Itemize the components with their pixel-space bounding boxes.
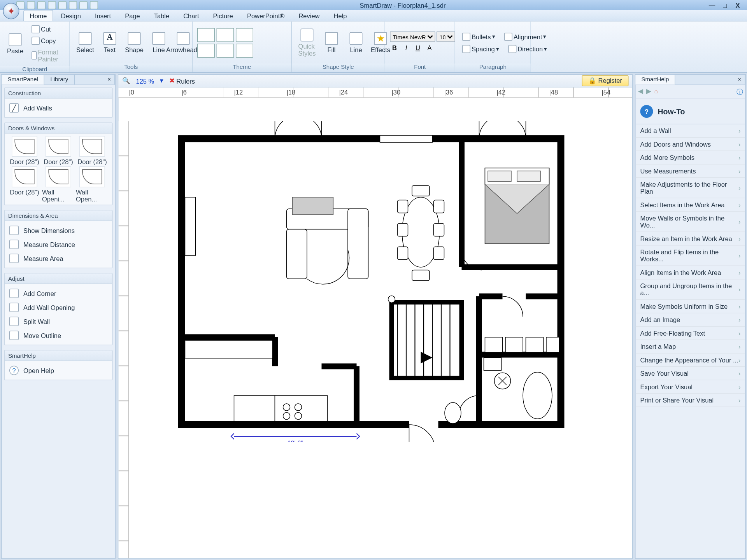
close-button[interactable]: X bbox=[733, 2, 742, 9]
section-header: Dimensions & Area bbox=[5, 211, 112, 221]
ruler-icon bbox=[9, 240, 19, 249]
help-item[interactable]: Select Items in the Work Area› bbox=[636, 198, 745, 212]
rulers-toggle[interactable]: ✖Rulers bbox=[169, 77, 195, 85]
tab-page[interactable]: Page bbox=[119, 10, 147, 21]
tab-review[interactable]: Review bbox=[292, 10, 326, 21]
nav-back-icon[interactable]: ◀ bbox=[638, 88, 643, 96]
help-item[interactable]: Add Free-Floating Text› bbox=[636, 327, 745, 340]
copy-button[interactable]: Copy bbox=[29, 36, 65, 46]
help-item[interactable]: Make Adjustments to the Floor Plan› bbox=[636, 178, 745, 199]
smartpanel-tab[interactable]: SmartPanel bbox=[2, 75, 45, 85]
theme-gallery[interactable] bbox=[193, 22, 291, 64]
door-shape[interactable]: Door (28") bbox=[8, 136, 41, 165]
split-wall-item[interactable]: Split Wall bbox=[8, 315, 109, 329]
cut-button[interactable]: Cut bbox=[29, 24, 65, 35]
font-color-button[interactable]: A bbox=[425, 44, 434, 54]
add-corner-item[interactable]: Add Corner bbox=[8, 287, 109, 301]
help-item[interactable]: Align Items in the Work Area› bbox=[636, 266, 745, 280]
maximize-button[interactable]: □ bbox=[720, 2, 729, 9]
help-item[interactable]: Print or Share Your Visual› bbox=[636, 394, 745, 408]
qat-btn[interactable] bbox=[27, 1, 35, 9]
close-help-button[interactable]: × bbox=[734, 75, 745, 85]
help-item[interactable]: Add a Wall› bbox=[636, 124, 745, 138]
help-item[interactable]: Insert a Map› bbox=[636, 340, 745, 354]
help-item[interactable]: Resize an Item in the Work Area› bbox=[636, 232, 745, 246]
align-icon bbox=[504, 32, 512, 40]
tab-insert[interactable]: Insert bbox=[88, 10, 117, 21]
font-family-select[interactable]: Times NewRo... bbox=[390, 32, 435, 42]
help-item[interactable]: Group and Ungroup Items in the a...› bbox=[636, 280, 745, 300]
svg-rect-36 bbox=[434, 224, 444, 236]
shape-button[interactable]: Shape bbox=[124, 31, 145, 54]
italic-button[interactable]: I bbox=[402, 44, 411, 54]
add-wall-opening-item[interactable]: Add Wall Opening bbox=[8, 301, 109, 315]
help-item[interactable]: Make Symbols Uniform in Size› bbox=[636, 300, 745, 313]
help-item[interactable]: Use Measurements› bbox=[636, 164, 745, 178]
smart-panel: SmartPanel Library × Construction ╱Add W… bbox=[1, 74, 116, 559]
qat-btn[interactable] bbox=[90, 1, 98, 9]
help-item[interactable]: Add More Symbols› bbox=[636, 151, 745, 165]
canvas[interactable]: 19' 6" bbox=[129, 98, 632, 558]
help-info-icon[interactable]: ⓘ bbox=[736, 88, 743, 96]
register-button[interactable]: Register bbox=[582, 75, 628, 87]
tab-picture[interactable]: Picture bbox=[207, 10, 239, 21]
tab-table[interactable]: Table bbox=[147, 10, 175, 21]
alignment-button[interactable]: Alignment ▾ bbox=[502, 31, 549, 42]
bullets-icon bbox=[462, 32, 470, 40]
qat-btn[interactable] bbox=[48, 1, 56, 9]
arrowheads-button[interactable]: Arrowheads bbox=[173, 31, 194, 54]
tab-design[interactable]: Design bbox=[54, 10, 87, 21]
floorplan-drawing[interactable]: 19' 6" bbox=[176, 121, 573, 442]
measure-distance-item[interactable]: Measure Distance bbox=[8, 238, 109, 252]
underline-button[interactable]: U bbox=[413, 44, 423, 54]
door-shape[interactable]: Door (28") bbox=[8, 166, 41, 203]
fill-button[interactable]: Fill bbox=[321, 31, 342, 54]
close-panel-button[interactable]: × bbox=[104, 75, 115, 85]
qat-btn[interactable] bbox=[37, 1, 46, 9]
text-button[interactable]: AText bbox=[99, 31, 120, 54]
smarthelp-tab[interactable]: SmartHelp bbox=[636, 75, 675, 85]
qat-btn[interactable] bbox=[79, 1, 88, 9]
direction-button[interactable]: Direction ▾ bbox=[506, 44, 549, 54]
help-item[interactable]: Add an Image› bbox=[636, 313, 745, 327]
library-tab[interactable]: Library bbox=[44, 75, 74, 85]
home-icon[interactable]: ⌂ bbox=[654, 88, 658, 96]
measure-area-item[interactable]: Measure Area bbox=[8, 252, 109, 266]
select-button[interactable]: Select bbox=[75, 31, 96, 54]
tab-home[interactable]: Home bbox=[23, 10, 53, 21]
tab-help[interactable]: Help bbox=[327, 10, 353, 21]
quickstyles-icon bbox=[301, 29, 314, 42]
help-item[interactable]: Add Doors and Windows› bbox=[636, 138, 745, 151]
tab-powerpoint[interactable]: PowerPoint® bbox=[240, 10, 291, 21]
quick-styles-button[interactable]: Quick Styles bbox=[296, 28, 317, 58]
show-dimensions-item[interactable]: Show Dimensions bbox=[8, 224, 109, 238]
qat-btn[interactable] bbox=[58, 1, 67, 9]
help-item[interactable]: Rotate and Flip Items in the Works...› bbox=[636, 246, 745, 266]
help-item[interactable]: Export Your Visual› bbox=[636, 380, 745, 394]
line-style-button[interactable]: Line bbox=[345, 31, 366, 54]
tab-chart[interactable]: Chart bbox=[177, 10, 205, 21]
zoom-level[interactable]: 125 % bbox=[136, 77, 154, 84]
add-walls-item[interactable]: ╱Add Walls bbox=[8, 101, 109, 115]
minimize-button[interactable]: — bbox=[707, 2, 717, 9]
bullets-button[interactable]: Bullets ▾ bbox=[460, 31, 497, 42]
open-help-item[interactable]: ?Open Help bbox=[8, 364, 109, 378]
door-shape[interactable]: Door (28") bbox=[42, 136, 75, 165]
bold-button[interactable]: B bbox=[390, 44, 399, 54]
wall-opening-shape[interactable]: Wall Openi... bbox=[42, 166, 75, 203]
qat-btn[interactable] bbox=[69, 1, 77, 9]
wall-opening-shape[interactable]: Wall Open... bbox=[76, 166, 109, 203]
move-outline-item[interactable]: Move Outline bbox=[8, 329, 109, 343]
nav-fwd-icon[interactable]: ▶ bbox=[646, 88, 651, 96]
app-orb[interactable]: ✦ bbox=[3, 3, 19, 19]
howto-heading: How-To bbox=[658, 107, 685, 116]
help-item[interactable]: Save Your Visual› bbox=[636, 367, 745, 381]
door-shape[interactable]: Door (28") bbox=[76, 136, 109, 165]
help-item[interactable]: Move Walls or Symbols in the Wo...› bbox=[636, 212, 745, 233]
zoom-icon[interactable]: 🔍 bbox=[122, 77, 130, 85]
format-painter-button[interactable]: Format Painter bbox=[29, 47, 65, 64]
font-size-select[interactable]: 10 bbox=[437, 32, 455, 42]
paste-button[interactable]: Paste bbox=[5, 32, 26, 56]
spacing-button[interactable]: Spacing ▾ bbox=[460, 44, 501, 54]
help-item[interactable]: Change the Appearance of Your ...› bbox=[636, 354, 745, 367]
